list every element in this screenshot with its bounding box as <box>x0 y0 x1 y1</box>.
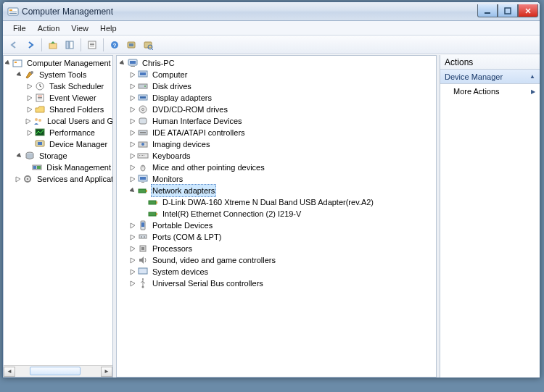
body: Computer Management (Local System Tools … <box>3 54 540 378</box>
maximize-button[interactable] <box>498 4 518 17</box>
close-button[interactable] <box>518 4 538 17</box>
tree-node-performance[interactable]: Performance <box>5 127 112 138</box>
expander-icon[interactable] <box>118 59 127 67</box>
scroll-right-button[interactable]: ► <box>101 367 112 377</box>
tree-node-system-tools[interactable]: System Tools <box>5 69 112 80</box>
expander-icon[interactable] <box>128 175 137 183</box>
device-node-sound[interactable]: Sound, video and game controllers <box>118 254 436 266</box>
menu-view[interactable]: View <box>65 22 94 34</box>
expander-icon[interactable] <box>128 93 137 102</box>
expander-icon[interactable] <box>128 82 137 91</box>
menu-help[interactable]: Help <box>94 22 123 34</box>
expander-icon[interactable] <box>128 105 137 114</box>
tree-node-storage[interactable]: Storage <box>5 150 112 162</box>
device-node-hid[interactable]: Human Interface Devices <box>118 115 436 127</box>
expander-icon[interactable] <box>128 70 137 79</box>
svg-rect-55 <box>139 155 140 156</box>
nav-forward-button[interactable] <box>22 37 38 53</box>
show-hide-tree-button[interactable] <box>62 37 78 53</box>
tree-label: Device Manager <box>48 138 109 150</box>
device-node-dvd[interactable]: DVD/CD-ROM drives <box>118 104 436 115</box>
device-label: Monitors <box>151 173 184 185</box>
view-devices-button[interactable] <box>123 37 139 53</box>
horizontal-scrollbar[interactable]: ◄ ► <box>4 365 112 377</box>
device-node-disk-drives[interactable]: Disk drives <box>118 80 436 92</box>
device-node-ports[interactable]: Ports (COM & LPT) <box>118 231 436 243</box>
scroll-thumb[interactable] <box>30 367 81 375</box>
expander-icon[interactable] <box>128 128 137 137</box>
device-node-mice[interactable]: Mice and other pointing devices <box>118 162 436 173</box>
expander-icon[interactable] <box>15 70 24 79</box>
minimize-button[interactable] <box>477 4 498 17</box>
device-node-keyboards[interactable]: Keyboards <box>118 150 436 162</box>
tree-node-services-apps[interactable]: Services and Applications <box>5 173 112 185</box>
device-label: Chris-PC <box>141 57 176 69</box>
device-node-imaging[interactable]: Imaging devices <box>118 138 436 150</box>
up-button[interactable] <box>45 37 61 53</box>
device-manager-icon <box>34 138 46 150</box>
expander-icon[interactable] <box>25 93 34 102</box>
device-node-network[interactable]: Network adapters <box>118 185 436 196</box>
device-node-computer[interactable]: Computer <box>118 69 436 80</box>
more-actions-item[interactable]: More Actions ▶ <box>440 84 540 99</box>
device-node-processors[interactable]: Processors <box>118 243 436 254</box>
device-node-monitors[interactable]: Monitors <box>118 173 436 185</box>
menu-file[interactable]: File <box>7 22 32 34</box>
expander-icon[interactable] <box>25 82 34 91</box>
expander-icon[interactable] <box>25 117 32 125</box>
expander-icon[interactable] <box>128 117 137 125</box>
tree-node-event-viewer[interactable]: Event Viewer <box>5 92 112 104</box>
svg-point-53 <box>141 143 144 146</box>
expander-icon[interactable] <box>25 105 34 114</box>
tree-node-shared-folders[interactable]: Shared Folders <box>5 104 112 115</box>
expander-icon[interactable] <box>5 59 12 67</box>
expander-icon[interactable] <box>128 267 137 276</box>
device-node-display[interactable]: Display adapters <box>118 92 436 104</box>
expander-icon[interactable] <box>128 221 137 230</box>
tree-node-task-scheduler[interactable]: Task Scheduler <box>5 80 112 92</box>
scope-tree-panel[interactable]: Computer Management (Local System Tools … <box>3 55 113 378</box>
tree-node-device-manager[interactable]: Device Manager <box>5 138 112 150</box>
svg-rect-46 <box>140 96 146 99</box>
expander-icon[interactable] <box>128 256 137 264</box>
expander-icon[interactable] <box>15 175 22 183</box>
device-node-net-1[interactable]: D-Link DWA-160 Xtreme N Dual Band USB Ad… <box>118 196 436 208</box>
help-button[interactable]: ? <box>107 37 123 53</box>
device-label: Processors <box>151 243 194 254</box>
device-node-system-devices[interactable]: System devices <box>118 266 436 278</box>
expander-icon[interactable] <box>128 279 137 288</box>
svg-rect-64 <box>146 190 147 192</box>
properties-button[interactable] <box>84 37 100 53</box>
actions-section-header[interactable]: Device Manager ▲ <box>440 70 540 84</box>
svg-rect-1 <box>9 9 12 11</box>
titlebar[interactable]: Computer Management <box>3 2 540 21</box>
device-node-root[interactable]: Chris-PC <box>118 57 436 69</box>
device-label: Display adapters <box>151 92 213 104</box>
expander-icon[interactable] <box>15 151 24 160</box>
tree-node-local-users[interactable]: Local Users and Groups <box>5 115 112 127</box>
window-buttons <box>477 5 538 17</box>
device-tree[interactable]: Chris-PC Computer Disk drives Display ad… <box>117 56 436 291</box>
tree-label: Disk Management <box>45 162 112 173</box>
device-node-usb[interactable]: Universal Serial Bus controllers <box>118 278 436 289</box>
scan-hardware-button[interactable] <box>140 37 156 53</box>
device-node-portable[interactable]: Portable Devices <box>118 220 436 231</box>
expander-icon[interactable] <box>128 233 137 241</box>
scroll-left-button[interactable]: ◄ <box>4 367 15 377</box>
scroll-track[interactable] <box>15 367 101 377</box>
expander-icon[interactable] <box>128 140 137 149</box>
expander-icon[interactable] <box>128 151 137 160</box>
expander-icon[interactable] <box>128 186 137 195</box>
tree-node-root[interactable]: Computer Management (Local <box>5 57 112 69</box>
nav-back-button[interactable] <box>6 37 22 53</box>
tree-node-disk-management[interactable]: Disk Management <box>5 162 112 173</box>
device-node-net-2[interactable]: Intel(R) Ethernet Connection (2) I219-V <box>118 208 436 220</box>
device-label: Network adapters <box>151 184 216 197</box>
scope-tree[interactable]: Computer Management (Local System Tools … <box>4 56 112 365</box>
expander-icon[interactable] <box>128 163 137 172</box>
expander-icon[interactable] <box>25 128 34 137</box>
menu-action[interactable]: Action <box>32 22 66 34</box>
device-tree-panel[interactable]: Chris-PC Computer Disk drives Display ad… <box>116 55 437 378</box>
device-node-ide[interactable]: IDE ATA/ATAPI controllers <box>118 127 436 138</box>
expander-icon[interactable] <box>128 244 137 253</box>
